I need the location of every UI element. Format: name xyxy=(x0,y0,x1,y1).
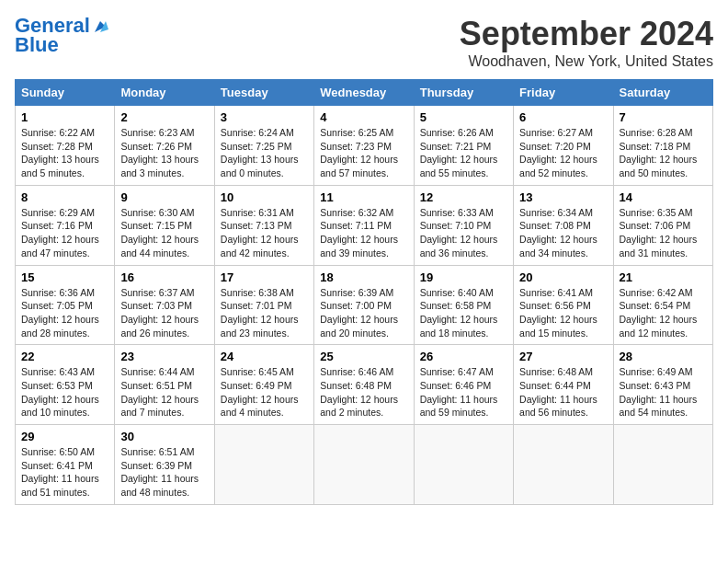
day-number: 2 xyxy=(120,110,208,124)
day-cell: 13Sunrise: 6:34 AM Sunset: 7:08 PM Dayli… xyxy=(514,185,613,265)
day-cell: 19Sunrise: 6:40 AM Sunset: 6:58 PM Dayli… xyxy=(414,265,513,345)
day-info: Sunrise: 6:30 AM Sunset: 7:15 PM Dayligh… xyxy=(120,206,208,260)
day-info: Sunrise: 6:28 AM Sunset: 7:18 PM Dayligh… xyxy=(620,126,707,180)
day-info: Sunrise: 6:50 AM Sunset: 6:41 PM Dayligh… xyxy=(21,445,108,500)
logo: General Blue xyxy=(15,15,108,57)
day-cell: 24Sunrise: 6:45 AM Sunset: 6:49 PM Dayli… xyxy=(214,345,313,425)
day-info: Sunrise: 6:23 AM Sunset: 7:26 PM Dayligh… xyxy=(120,126,208,180)
col-header-thursday: Thursday xyxy=(414,80,513,106)
day-number: 1 xyxy=(21,110,108,124)
title-area: September 2024 Woodhaven, New York, Unit… xyxy=(460,15,713,70)
day-number: 7 xyxy=(620,110,707,124)
week-row-5: 29Sunrise: 6:50 AM Sunset: 6:41 PM Dayli… xyxy=(16,425,713,505)
day-info: Sunrise: 6:24 AM Sunset: 7:25 PM Dayligh… xyxy=(221,126,308,180)
day-cell: 28Sunrise: 6:49 AM Sunset: 6:43 PM Dayli… xyxy=(613,345,712,425)
day-cell: 17Sunrise: 6:38 AM Sunset: 7:01 PM Dayli… xyxy=(214,265,313,345)
day-info: Sunrise: 6:25 AM Sunset: 7:23 PM Dayligh… xyxy=(320,126,407,180)
day-info: Sunrise: 6:31 AM Sunset: 7:13 PM Dayligh… xyxy=(221,206,308,260)
day-cell: 4Sunrise: 6:25 AM Sunset: 7:23 PM Daylig… xyxy=(314,106,414,186)
day-cell: 12Sunrise: 6:33 AM Sunset: 7:10 PM Dayli… xyxy=(414,185,513,265)
day-info: Sunrise: 6:36 AM Sunset: 7:05 PM Dayligh… xyxy=(21,286,108,340)
day-number: 14 xyxy=(620,190,707,204)
day-info: Sunrise: 6:39 AM Sunset: 7:00 PM Dayligh… xyxy=(320,286,407,340)
day-number: 26 xyxy=(420,350,507,363)
day-cell: 21Sunrise: 6:42 AM Sunset: 6:54 PM Dayli… xyxy=(613,265,712,345)
day-number: 3 xyxy=(221,110,308,124)
col-header-monday: Monday xyxy=(115,80,214,106)
day-cell: 7Sunrise: 6:28 AM Sunset: 7:18 PM Daylig… xyxy=(613,106,712,186)
day-info: Sunrise: 6:41 AM Sunset: 6:56 PM Dayligh… xyxy=(519,286,607,340)
day-info: Sunrise: 6:43 AM Sunset: 6:53 PM Dayligh… xyxy=(21,365,108,419)
day-cell: 25Sunrise: 6:46 AM Sunset: 6:48 PM Dayli… xyxy=(314,345,414,425)
day-number: 18 xyxy=(320,270,407,284)
day-cell: 2Sunrise: 6:23 AM Sunset: 7:26 PM Daylig… xyxy=(115,106,214,186)
day-number: 16 xyxy=(120,270,208,284)
day-cell: 18Sunrise: 6:39 AM Sunset: 7:00 PM Dayli… xyxy=(314,265,414,345)
day-cell: 6Sunrise: 6:27 AM Sunset: 7:20 PM Daylig… xyxy=(514,106,613,186)
day-cell: 3Sunrise: 6:24 AM Sunset: 7:25 PM Daylig… xyxy=(214,106,313,186)
day-number: 13 xyxy=(519,190,607,204)
day-cell: 22Sunrise: 6:43 AM Sunset: 6:53 PM Dayli… xyxy=(16,345,115,425)
day-info: Sunrise: 6:46 AM Sunset: 6:48 PM Dayligh… xyxy=(320,365,407,419)
day-info: Sunrise: 6:40 AM Sunset: 6:58 PM Dayligh… xyxy=(420,286,507,340)
day-cell: 9Sunrise: 6:30 AM Sunset: 7:15 PM Daylig… xyxy=(115,185,214,265)
day-cell: 11Sunrise: 6:32 AM Sunset: 7:11 PM Dayli… xyxy=(314,185,414,265)
day-number: 6 xyxy=(519,110,607,124)
day-info: Sunrise: 6:49 AM Sunset: 6:43 PM Dayligh… xyxy=(620,365,707,419)
day-cell xyxy=(314,425,414,505)
location-title: Woodhaven, New York, United States xyxy=(460,53,713,70)
day-cell: 16Sunrise: 6:37 AM Sunset: 7:03 PM Dayli… xyxy=(115,265,214,345)
day-info: Sunrise: 6:48 AM Sunset: 6:44 PM Dayligh… xyxy=(519,365,607,419)
day-cell: 8Sunrise: 6:29 AM Sunset: 7:16 PM Daylig… xyxy=(16,185,115,265)
week-row-4: 22Sunrise: 6:43 AM Sunset: 6:53 PM Dayli… xyxy=(16,345,713,425)
col-header-wednesday: Wednesday xyxy=(314,80,414,106)
day-number: 25 xyxy=(320,350,407,363)
day-number: 15 xyxy=(21,270,108,284)
day-info: Sunrise: 6:37 AM Sunset: 7:03 PM Dayligh… xyxy=(120,286,208,340)
day-number: 21 xyxy=(620,270,707,284)
day-number: 20 xyxy=(519,270,607,284)
day-cell: 20Sunrise: 6:41 AM Sunset: 6:56 PM Dayli… xyxy=(514,265,613,345)
day-info: Sunrise: 6:32 AM Sunset: 7:11 PM Dayligh… xyxy=(320,206,407,260)
day-number: 8 xyxy=(21,190,108,204)
day-number: 4 xyxy=(320,110,407,124)
day-info: Sunrise: 6:27 AM Sunset: 7:20 PM Dayligh… xyxy=(519,126,607,180)
week-row-2: 8Sunrise: 6:29 AM Sunset: 7:16 PM Daylig… xyxy=(16,185,713,265)
day-cell: 29Sunrise: 6:50 AM Sunset: 6:41 PM Dayli… xyxy=(16,425,115,505)
day-info: Sunrise: 6:47 AM Sunset: 6:46 PM Dayligh… xyxy=(420,365,507,419)
month-title: September 2024 xyxy=(460,15,713,53)
day-cell: 14Sunrise: 6:35 AM Sunset: 7:06 PM Dayli… xyxy=(613,185,712,265)
day-cell: 27Sunrise: 6:48 AM Sunset: 6:44 PM Dayli… xyxy=(514,345,613,425)
day-info: Sunrise: 6:29 AM Sunset: 7:16 PM Dayligh… xyxy=(21,206,108,260)
day-number: 24 xyxy=(221,350,308,363)
day-number: 28 xyxy=(620,350,707,363)
day-info: Sunrise: 6:34 AM Sunset: 7:08 PM Dayligh… xyxy=(519,206,607,260)
day-cell: 30Sunrise: 6:51 AM Sunset: 6:39 PM Dayli… xyxy=(115,425,214,505)
header-row: SundayMondayTuesdayWednesdayThursdayFrid… xyxy=(16,80,713,106)
day-number: 30 xyxy=(120,430,208,443)
logo-icon xyxy=(92,18,108,35)
day-number: 11 xyxy=(320,190,407,204)
day-number: 22 xyxy=(21,350,108,363)
day-info: Sunrise: 6:51 AM Sunset: 6:39 PM Dayligh… xyxy=(120,445,208,500)
header: General Blue September 2024 Woodhaven, N… xyxy=(15,15,713,70)
day-info: Sunrise: 6:22 AM Sunset: 7:28 PM Dayligh… xyxy=(21,126,108,180)
calendar: SundayMondayTuesdayWednesdayThursdayFrid… xyxy=(15,79,713,505)
day-number: 10 xyxy=(221,190,308,204)
day-cell xyxy=(214,425,313,505)
day-number: 9 xyxy=(120,190,208,204)
day-cell: 5Sunrise: 6:26 AM Sunset: 7:21 PM Daylig… xyxy=(414,106,513,186)
day-info: Sunrise: 6:33 AM Sunset: 7:10 PM Dayligh… xyxy=(420,206,507,260)
day-number: 23 xyxy=(120,350,208,363)
day-cell xyxy=(414,425,513,505)
day-cell: 23Sunrise: 6:44 AM Sunset: 6:51 PM Dayli… xyxy=(115,345,214,425)
day-number: 19 xyxy=(420,270,507,284)
day-cell xyxy=(613,425,712,505)
day-number: 17 xyxy=(221,270,308,284)
day-info: Sunrise: 6:35 AM Sunset: 7:06 PM Dayligh… xyxy=(620,206,707,260)
day-cell: 15Sunrise: 6:36 AM Sunset: 7:05 PM Dayli… xyxy=(16,265,115,345)
day-number: 27 xyxy=(519,350,607,363)
day-cell xyxy=(514,425,613,505)
day-number: 5 xyxy=(420,110,507,124)
day-number: 12 xyxy=(420,190,507,204)
